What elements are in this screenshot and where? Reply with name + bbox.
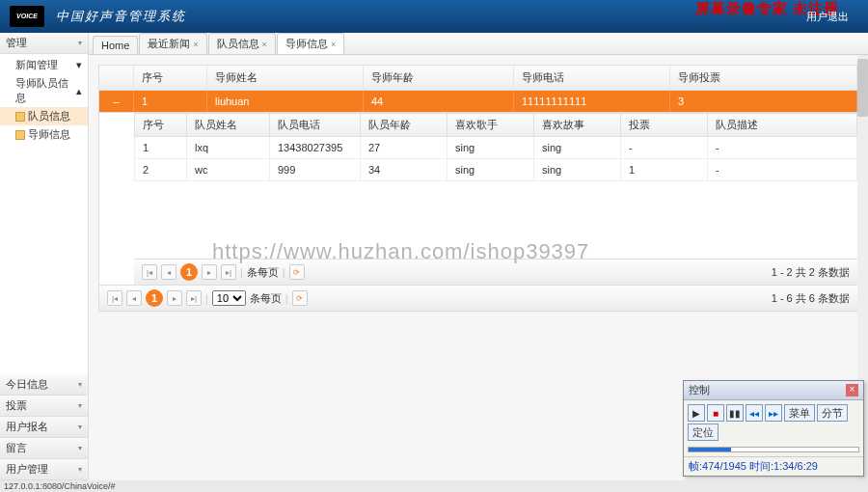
- progress-bar: [689, 448, 731, 451]
- prev-frame-icon[interactable]: ◂◂: [746, 404, 763, 422]
- tab-member[interactable]: 队员信息×: [208, 33, 276, 54]
- recorder-control-panel: 控制 × ▶ ■ ▮▮ ◂◂ ▸▸ 菜单 分节 定位 帧:474/1945 时间…: [683, 380, 864, 477]
- close-icon[interactable]: ×: [262, 40, 267, 49]
- play-icon[interactable]: ▶: [688, 404, 705, 422]
- refresh-icon[interactable]: ⟳: [289, 264, 305, 280]
- pager-prev-icon[interactable]: ◂: [161, 264, 176, 280]
- chevron-down-icon: ▾: [78, 39, 82, 47]
- close-icon[interactable]: ×: [193, 40, 198, 49]
- pager-last-icon[interactable]: ▸|: [186, 290, 202, 306]
- folder-icon: [15, 130, 25, 140]
- refresh-icon[interactable]: ⟳: [292, 290, 308, 306]
- subgrid-row[interactable]: 1 lxq 13438027395 27 sing sing - -: [135, 137, 857, 159]
- sidebar-tree-member[interactable]: 队员信息: [0, 107, 88, 125]
- ctrl-status-text: 帧:474/1945 时间:1:34/6:29: [684, 456, 863, 476]
- coach-grid: 序号 导师姓名 导师年龄 导师电话 导师投票 – 1 liuhuan 44 11…: [98, 65, 858, 312]
- sub-col-phone[interactable]: 队员电话: [270, 114, 361, 137]
- sidebar-section-users[interactable]: 用户管理▾: [0, 459, 88, 480]
- sidebar-section-today[interactable]: 今日信息▾: [0, 374, 88, 396]
- cell-vote: 3: [670, 91, 857, 112]
- pager-next-icon[interactable]: ▸: [167, 290, 182, 306]
- next-frame-icon[interactable]: ▸▸: [765, 404, 782, 422]
- sidebar-section-vote[interactable]: 投票▾: [0, 396, 88, 417]
- chevron-down-icon: ▾: [78, 423, 82, 431]
- sub-col-singer[interactable]: 喜欢歌手: [448, 114, 534, 137]
- sidebar-section-message[interactable]: 留言▾: [0, 438, 88, 459]
- col-phone[interactable]: 导师电话: [514, 66, 670, 90]
- pager-first-icon[interactable]: |◂: [107, 290, 122, 306]
- close-icon[interactable]: ×: [331, 40, 336, 49]
- sidebar-item-coach-member[interactable]: 导师队员信息▴: [0, 74, 88, 107]
- app-header: VOICE 中国好声音管理系统 屏幕录像专家 未注册 用户退出: [0, 0, 868, 33]
- pager-prev-icon[interactable]: ◂: [126, 290, 142, 306]
- col-vote[interactable]: 导师投票: [670, 66, 857, 90]
- chevron-down-icon: ▾: [78, 401, 82, 410]
- pager-pagesize-select[interactable]: 10: [212, 290, 246, 306]
- chevron-down-icon: ▾: [78, 444, 82, 452]
- sidebar-section-signup[interactable]: 用户报名▾: [0, 417, 88, 438]
- sub-col-name[interactable]: 队员姓名: [187, 114, 270, 137]
- logo: VOICE: [10, 6, 44, 27]
- ctrl-title-label: 控制: [689, 383, 710, 397]
- sub-col-no[interactable]: 序号: [135, 114, 187, 137]
- sub-col-desc[interactable]: 队员描述: [708, 114, 857, 137]
- close-icon[interactable]: ×: [846, 384, 858, 396]
- sidebar-tree-coach[interactable]: 导师信息: [0, 125, 88, 144]
- tab-home[interactable]: Home: [93, 36, 138, 54]
- pager-info: 1 - 6 共 6 条数据: [772, 291, 850, 306]
- grid-header-row: 序号 导师姓名 导师年龄 导师电话 导师投票: [99, 66, 857, 91]
- logout-link[interactable]: 用户退出: [806, 10, 849, 24]
- section-button[interactable]: 分节: [817, 404, 848, 422]
- pager-current[interactable]: 1: [180, 263, 198, 281]
- col-name[interactable]: 导师姓名: [207, 66, 364, 90]
- tab-coach[interactable]: 导师信息×: [277, 33, 344, 54]
- grid-pager: |◂ ◂ 1 ▸ ▸| | 10 条每页 | ⟳ 1 - 6 共 6 条数据: [99, 285, 857, 311]
- member-subgrid: 序号 队员姓名 队员电话 队员年龄 喜欢歌手 喜欢故事 投票 队员描述 1: [134, 113, 857, 285]
- pager-current[interactable]: 1: [146, 289, 163, 307]
- sub-col-vote[interactable]: 投票: [621, 114, 708, 137]
- chevron-down-icon: ▾: [76, 59, 82, 71]
- pager-info: 1 - 2 共 2 条数据: [772, 265, 850, 280]
- tab-bar: Home 最近新闻× 队员信息× 导师信息×: [89, 33, 868, 55]
- col-no[interactable]: 序号: [134, 66, 207, 90]
- tab-news[interactable]: 最近新闻×: [139, 33, 206, 54]
- menu-button[interactable]: 菜单: [784, 404, 815, 422]
- sidebar-item-news[interactable]: 新闻管理▾: [0, 56, 88, 74]
- cell-name: liuhuan: [207, 91, 364, 112]
- cell-age: 44: [364, 91, 514, 112]
- progress-track[interactable]: [688, 447, 859, 452]
- sidebar-section-manage[interactable]: 管理 ▾: [0, 33, 88, 54]
- pause-icon[interactable]: ▮▮: [726, 404, 744, 422]
- sub-col-story[interactable]: 喜欢故事: [534, 114, 621, 137]
- locate-button[interactable]: 定位: [688, 424, 719, 441]
- sub-col-age[interactable]: 队员年龄: [361, 114, 448, 137]
- chevron-down-icon: ▾: [78, 380, 82, 389]
- cell-no: 1: [134, 91, 207, 112]
- sidebar-section-label: 管理: [6, 36, 27, 50]
- folder-icon: [15, 112, 25, 122]
- status-bar: 127.0.0.1:8080/ChinaVoice/#: [0, 480, 868, 492]
- subgrid-row[interactable]: 2 wc 999 34 sing sing 1 -: [135, 159, 857, 181]
- stop-icon[interactable]: ■: [707, 404, 724, 422]
- pager-last-icon[interactable]: ▸|: [221, 264, 236, 280]
- cell-phone: 11111111111: [514, 91, 670, 112]
- row-expander-icon[interactable]: –: [99, 91, 134, 112]
- col-age[interactable]: 导师年龄: [364, 66, 514, 90]
- app-title: 中国好声音管理系统: [56, 8, 186, 25]
- subgrid-pager: |◂ ◂ 1 ▸ ▸| | 条每页 | ⟳ 1 - 2 共 2 条数据: [134, 259, 857, 285]
- chevron-down-icon: ▾: [78, 465, 82, 474]
- pager-next-icon[interactable]: ▸: [202, 264, 217, 280]
- grid-row-selected[interactable]: – 1 liuhuan 44 11111111111 3: [99, 91, 857, 113]
- pager-first-icon[interactable]: |◂: [142, 264, 157, 280]
- ctrl-titlebar[interactable]: 控制 ×: [684, 381, 863, 400]
- chevron-up-icon: ▴: [76, 85, 82, 97]
- sidebar: 管理 ▾ 新闻管理▾ 导师队员信息▴ 队员信息 导师信息 今日信息▾ 投票▾ 用…: [0, 33, 89, 480]
- pager-perpage-label: 条每页: [250, 291, 282, 306]
- subgrid-header: 序号 队员姓名 队员电话 队员年龄 喜欢歌手 喜欢故事 投票 队员描述: [135, 114, 857, 137]
- pager-perpage-label: 条每页: [247, 265, 279, 280]
- expander-column: [99, 66, 134, 90]
